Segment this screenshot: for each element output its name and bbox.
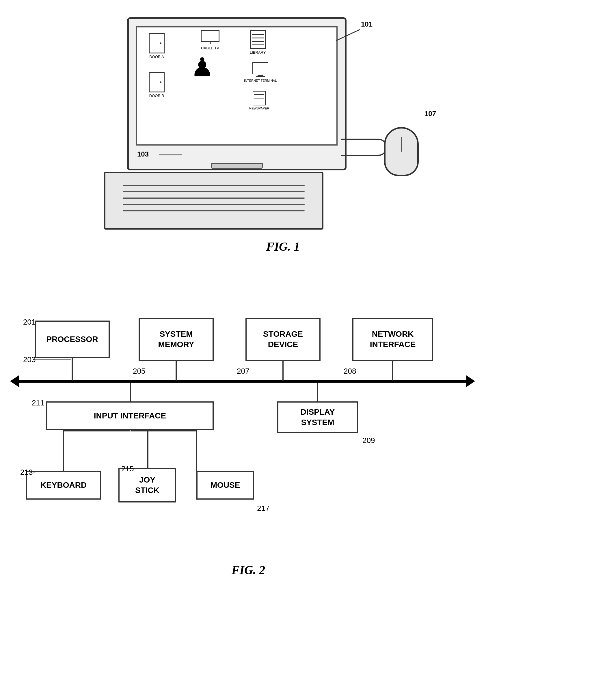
fig1-diagram: DOOR A CABLE TV LIBRARY <box>81 12 485 237</box>
ref-217: 217 <box>257 504 269 513</box>
keyboard-h-connector <box>63 430 130 431</box>
cable-tv-icon: CABLE TV <box>201 30 219 50</box>
keyboard-connector <box>63 430 64 471</box>
input-interface-block: INPUT INTERFACE <box>46 401 214 430</box>
vent-line <box>123 191 305 192</box>
ref203-line <box>33 359 71 360</box>
network-interface-block: NETWORK INTERFACE <box>352 318 433 361</box>
ref-203: 203 <box>23 355 36 364</box>
display-bus-connector <box>317 383 318 402</box>
vent-line <box>123 197 305 199</box>
ref-209: 209 <box>362 436 375 445</box>
ref-205: 205 <box>133 367 145 376</box>
ref213-line <box>33 471 35 472</box>
ref103-line <box>159 154 182 155</box>
processor-bus-connector <box>71 358 73 381</box>
newspaper-icon: NEWSPAPER <box>249 91 269 110</box>
internet-terminal-icon: INTERNET TERMINAL <box>244 62 277 82</box>
mouse-block: MOUSE <box>196 471 254 500</box>
ref-208: 208 <box>344 367 356 376</box>
storage-device-block: STORAGE DEVICE <box>246 318 320 361</box>
mouse-cord <box>341 139 387 156</box>
mouse <box>384 127 419 176</box>
door-b-icon: DOOR B <box>149 72 165 98</box>
input-interface-bus-connector <box>130 383 131 402</box>
storage-bus-connector <box>282 361 284 381</box>
joystick-connector <box>147 430 148 468</box>
vent-line <box>123 185 305 186</box>
ref-201: 201 <box>23 318 36 326</box>
ref-107: 107 <box>424 110 436 118</box>
system-memory-bus-connector <box>175 361 177 381</box>
bus-arrow-right <box>466 376 475 387</box>
monitor: DOOR A CABLE TV LIBRARY <box>127 17 347 170</box>
vent-line <box>123 204 305 205</box>
ref-207: 207 <box>237 367 249 376</box>
ref-211: 211 <box>32 399 44 407</box>
fig2-caption: FIG. 2 <box>17 563 479 577</box>
keyboard-block: KEYBOARD <box>26 471 101 500</box>
ref-103: 103 <box>137 150 149 158</box>
processor-block: PROCESSOR <box>35 321 110 358</box>
vent-lines <box>123 185 305 211</box>
screen-content: DOOR A CABLE TV LIBRARY <box>137 27 336 144</box>
system-bus <box>17 380 468 383</box>
mouse-h-connector <box>130 430 196 431</box>
system-memory-block: SYSTEM MEMORY <box>139 318 214 361</box>
monitor-stand <box>211 163 263 169</box>
monitor-screen: DOOR A CABLE TV LIBRARY <box>136 26 338 146</box>
door-a-icon: DOOR A <box>149 33 165 59</box>
ref201-line <box>34 324 36 325</box>
ref-213: 213 <box>20 468 33 477</box>
library-icon: LIBRARY <box>250 30 266 55</box>
fig2-diagram: PROCESSOR SYSTEM MEMORY STORAGE DEVICE N… <box>17 303 589 650</box>
display-system-block: DISPLAY SYSTEM <box>277 401 358 433</box>
fig1-caption: FIG. 1 <box>81 240 485 254</box>
network-bus-connector <box>392 361 393 381</box>
vent-line <box>123 210 305 211</box>
ref-215: 215 <box>121 464 134 473</box>
computer-base <box>104 172 323 230</box>
person-icon: ♟ <box>191 52 214 82</box>
mouse-divider <box>401 137 402 152</box>
bus-arrow-left <box>10 376 19 387</box>
ref-101: 101 <box>361 20 373 28</box>
mouse-connector <box>196 430 197 471</box>
